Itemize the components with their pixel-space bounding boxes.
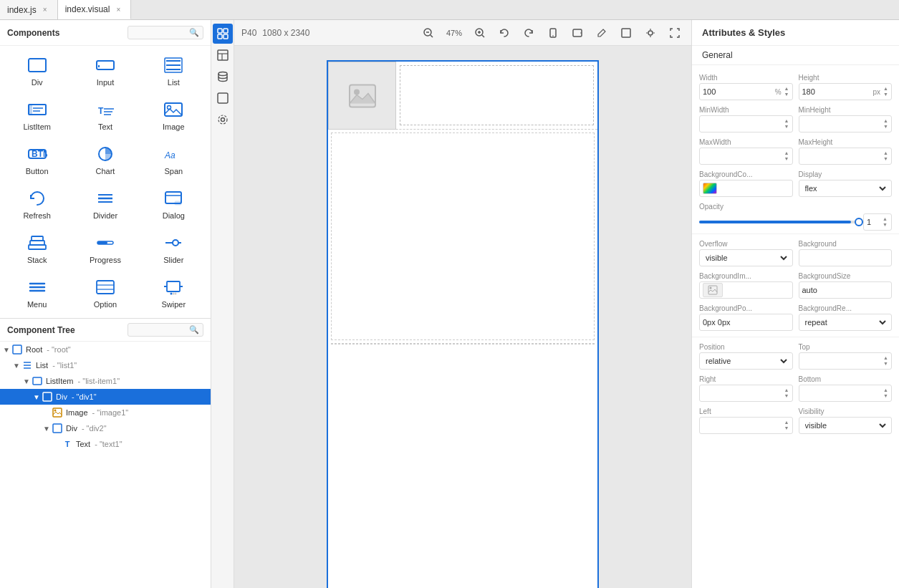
top-input-wrap[interactable]: ▲▼: [799, 352, 893, 370]
position-select[interactable]: relative absolute fixed sticky: [703, 356, 789, 366]
component-divider[interactable]: Divider: [72, 183, 138, 226]
tree-item-text1[interactable]: T Text - "text1": [0, 436, 211, 452]
tree-search-input[interactable]: [132, 326, 189, 334]
side-strip-layout-btn[interactable]: [213, 45, 233, 65]
maxheight-stepper[interactable]: ▲▼: [883, 150, 888, 161]
tree-item-root[interactable]: ▼ Root - "root": [0, 342, 211, 357]
sun-button[interactable]: [641, 24, 660, 42]
tree-item-image1[interactable]: Image - "image1": [0, 405, 211, 420]
component-text[interactable]: T Text: [72, 94, 138, 137]
component-chart[interactable]: Chart: [72, 138, 138, 181]
tree-item-div1[interactable]: ▼ Div - "div1": [0, 389, 211, 405]
undo-button[interactable]: [495, 24, 514, 42]
bg-image-placeholder[interactable]: [703, 283, 723, 297]
left-input[interactable]: [703, 421, 783, 430]
right-stepper[interactable]: ▲▼: [784, 387, 789, 398]
component-dialog[interactable]: Dialog: [140, 183, 207, 226]
component-input[interactable]: Input: [72, 49, 138, 92]
visibility-select[interactable]: visible hidden: [802, 420, 889, 430]
visibility-select-wrap[interactable]: visible hidden: [799, 417, 893, 434]
width-stepper[interactable]: ▲▼: [784, 86, 789, 97]
tree-arrow-div1[interactable]: ▼: [33, 393, 42, 401]
mobile-view-button[interactable]: [544, 24, 562, 42]
component-div[interactable]: Div: [4, 49, 70, 92]
bottom-stepper[interactable]: ▲▼: [883, 387, 888, 398]
maxwidth-stepper[interactable]: ▲▼: [784, 150, 789, 161]
component-menu[interactable]: Menu: [4, 271, 70, 314]
bgpos-input[interactable]: [703, 318, 789, 327]
redo-button[interactable]: [519, 24, 538, 42]
height-input-wrap[interactable]: px ▲▼: [799, 83, 893, 100]
minwidth-input[interactable]: [703, 120, 783, 128]
maxwidth-input[interactable]: [703, 152, 783, 160]
right-input[interactable]: [703, 389, 783, 397]
tree-item-list[interactable]: ▼ List - "list1": [0, 357, 211, 373]
side-strip-data-btn[interactable]: [213, 67, 233, 87]
bgimage-input-wrap[interactable]: [699, 281, 793, 299]
minheight-stepper[interactable]: ▲▼: [883, 118, 888, 129]
edit-button[interactable]: [592, 24, 611, 42]
zoom-out-button[interactable]: [419, 24, 438, 42]
component-list[interactable]: List: [140, 49, 207, 92]
tree-arrow-list[interactable]: ▼: [13, 362, 21, 370]
left-stepper[interactable]: ▲▼: [784, 420, 789, 430]
overflow-select[interactable]: visible hidden scroll auto: [703, 253, 789, 263]
height-stepper[interactable]: ▲▼: [883, 86, 888, 97]
fullscreen-button[interactable]: [665, 24, 684, 42]
tab-index-js[interactable]: index.js ×: [0, 0, 58, 19]
component-refresh[interactable]: Refresh: [4, 183, 70, 226]
opacity-stepper[interactable]: ▲▼: [883, 216, 888, 227]
width-input-wrap[interactable]: % ▲▼: [699, 83, 793, 100]
display-select-wrap[interactable]: flex block inline none grid: [799, 180, 893, 197]
component-span[interactable]: Aa Span: [140, 138, 207, 181]
height-input[interactable]: [802, 87, 872, 96]
right-input-wrap[interactable]: ▲▼: [699, 385, 793, 402]
component-image[interactable]: Image: [140, 94, 207, 137]
component-listitem[interactable]: ListItem: [4, 94, 70, 137]
bgpos-input-wrap[interactable]: [699, 314, 793, 331]
opacity-input[interactable]: [867, 218, 881, 226]
canvas-viewport[interactable]: [234, 46, 691, 588]
tree-item-listitem[interactable]: ▼ ListItem - "list-item1": [0, 373, 211, 389]
maxheight-input[interactable]: [802, 152, 883, 160]
side-strip-components-btn[interactable]: [213, 24, 233, 44]
side-strip-preview-btn[interactable]: [213, 88, 233, 108]
opacity-slider-wrap[interactable]: ▲▼: [692, 213, 899, 231]
tree-arrow-div2[interactable]: ▼: [43, 425, 52, 433]
top-stepper[interactable]: ▲▼: [883, 355, 888, 366]
tree-arrow-root[interactable]: ▼: [3, 346, 11, 354]
components-search-box[interactable]: 🔍: [128, 26, 203, 39]
component-progress[interactable]: Progress: [72, 227, 138, 270]
position-select-wrap[interactable]: relative absolute fixed sticky: [699, 352, 793, 370]
tablet-view-button[interactable]: [568, 24, 587, 42]
component-swiper[interactable]: Swiper: [140, 271, 207, 314]
minwidth-stepper[interactable]: ▲▼: [784, 118, 789, 129]
maxheight-input-wrap[interactable]: ▲▼: [799, 148, 893, 165]
side-strip-settings-btn[interactable]: [213, 110, 233, 130]
opacity-slider-track[interactable]: [699, 221, 859, 223]
preview-button[interactable]: [617, 24, 635, 42]
background-input-wrap[interactable]: [799, 249, 893, 266]
bgsize-input-wrap[interactable]: [799, 281, 893, 299]
bgsize-input[interactable]: [802, 286, 889, 294]
maxwidth-input-wrap[interactable]: ▲▼: [699, 148, 793, 165]
component-slider[interactable]: Slider: [140, 227, 207, 270]
tree-item-div2[interactable]: ▼ Div - "div2": [0, 420, 211, 436]
tree-arrow-listitem[interactable]: ▼: [23, 377, 32, 385]
left-input-wrap[interactable]: ▲▼: [699, 417, 793, 434]
overflow-select-wrap[interactable]: visible hidden scroll auto: [699, 249, 793, 266]
bottom-input-wrap[interactable]: ▲▼: [799, 385, 893, 402]
minwidth-input-wrap[interactable]: ▲▼: [699, 115, 793, 132]
background-input[interactable]: [802, 254, 889, 262]
tab-close-js[interactable]: ×: [40, 5, 50, 15]
component-option[interactable]: Option: [72, 271, 138, 314]
minheight-input-wrap[interactable]: ▲▼: [799, 115, 893, 132]
opacity-slider-thumb[interactable]: [855, 218, 863, 226]
components-search-input[interactable]: [132, 29, 189, 37]
bgrep-select-wrap[interactable]: repeat no-repeat repeat-x repeat-y: [799, 314, 893, 331]
color-swatch[interactable]: [703, 183, 717, 194]
bgrep-select[interactable]: repeat no-repeat repeat-x repeat-y: [802, 317, 889, 327]
bottom-input[interactable]: [802, 389, 883, 397]
width-input[interactable]: [703, 87, 774, 96]
minheight-input[interactable]: [802, 120, 883, 128]
